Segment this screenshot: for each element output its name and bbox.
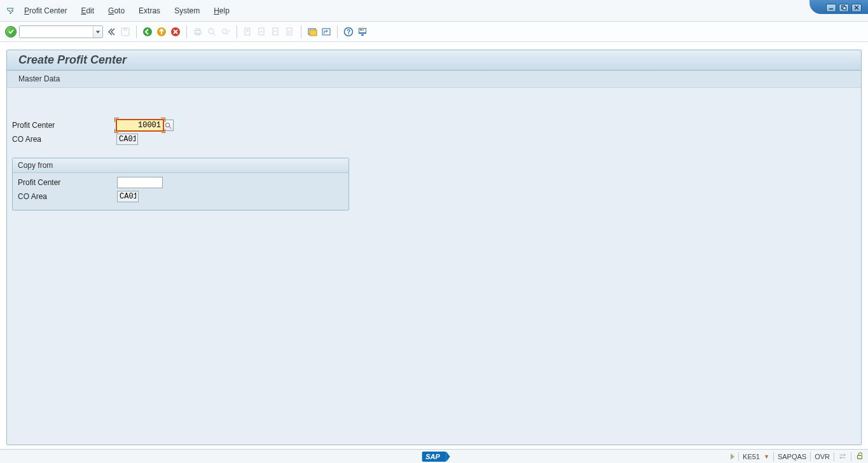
menu-goto[interactable]: Goto [103,4,130,18]
svg-rect-35 [362,29,364,31]
menu-edit[interactable]: Edit [76,4,99,18]
svg-marker-5 [96,31,100,33]
svg-text:?: ? [347,29,350,36]
maximize-button[interactable] [839,4,849,12]
profit-center-search-help[interactable] [163,120,174,131]
exit-button[interactable] [156,25,167,38]
app-menu-icon[interactable] [5,6,15,16]
command-history-dropdown[interactable] [93,26,102,38]
svg-rect-21 [245,28,250,35]
find-button [206,25,217,38]
copy-co-area-label: CO Area [18,192,117,201]
help-button[interactable]: ? [343,25,354,38]
next-page-button [270,25,282,38]
new-session-button[interactable] [307,25,318,38]
message-indicator-icon[interactable] [731,453,734,460]
copy-profit-center-input[interactable] [117,177,163,188]
cancel-button[interactable] [170,25,181,38]
svg-rect-34 [360,29,362,31]
co-area-label: CO Area [12,135,116,144]
status-tcode-dropdown[interactable]: ▼ [764,453,769,460]
window-controls [809,0,868,22]
copy-co-area-input[interactable] [117,191,139,202]
menu-help[interactable]: Help [209,4,235,18]
page-title: Create Profit Center [7,50,861,71]
svg-point-17 [209,29,214,34]
profit-center-input[interactable] [116,120,163,131]
svg-rect-15 [196,29,200,31]
profit-center-row: Profit Center [10,118,858,132]
svg-rect-7 [123,28,127,31]
sap-logo: SAP [422,452,446,462]
command-input[interactable] [20,26,93,38]
svg-point-19 [223,29,227,33]
svg-point-37 [165,123,169,127]
shortcut-button[interactable] [320,25,332,38]
menu-system[interactable]: System [169,4,205,18]
enter-button[interactable] [5,26,17,38]
minimize-button[interactable] [826,4,836,12]
print-button [192,25,203,38]
profit-center-label: Profit Center [12,121,116,130]
svg-point-8 [143,27,152,36]
menu-extras[interactable]: Extras [134,4,165,18]
status-insert-mode[interactable]: OVR [815,453,830,460]
collapse-button[interactable] [106,25,117,38]
status-swap-icon[interactable] [838,452,847,462]
back-button[interactable] [142,25,153,38]
layout-button[interactable] [357,25,368,38]
svg-rect-28 [310,30,317,36]
standard-toolbar: ? [0,22,868,42]
last-page-button [284,25,296,38]
close-button[interactable] [851,4,862,12]
copy-profit-center-label: Profit Center [18,178,117,187]
command-field[interactable] [19,25,103,38]
svg-rect-39 [858,455,862,459]
svg-rect-36 [361,34,364,36]
status-system: SAPQAS [778,453,806,460]
menu-profit-center[interactable]: Profit Center [19,4,72,18]
content-area: Create Profit Center Master Data Profit … [6,50,862,445]
status-bar: SAP KE51 ▼ SAPQAS OVR [0,449,868,463]
co-area-row: CO Area [10,132,858,146]
copy-from-heading: Copy from [13,158,348,173]
save-button [120,25,131,38]
svg-rect-29 [322,29,330,35]
copy-from-group: Copy from Profit Center CO Area [12,158,349,211]
svg-line-18 [213,33,216,36]
menu-bar: Profit Center Edit Goto Extras System He… [0,0,868,22]
svg-rect-2 [843,7,846,10]
svg-line-20 [226,33,228,35]
co-area-input[interactable] [116,134,138,145]
master-data-button[interactable]: Master Data [7,71,861,88]
find-next-button [220,25,231,38]
first-page-button [242,25,254,38]
svg-line-38 [169,127,171,128]
copy-co-area-row: CO Area [15,190,346,204]
status-lock-icon[interactable] [855,452,864,462]
status-tcode: KE51 [743,453,760,460]
prev-page-button [256,25,268,38]
copy-profit-center-row: Profit Center [15,176,346,190]
